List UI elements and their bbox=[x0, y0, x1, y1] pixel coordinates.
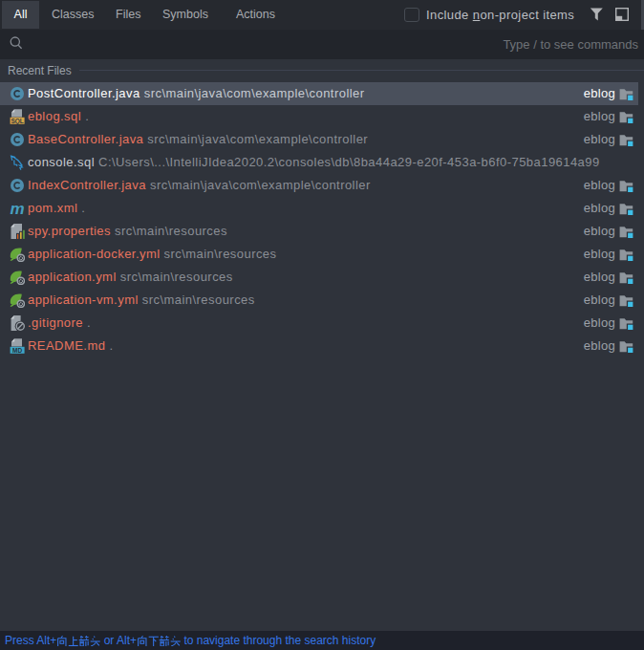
svg-text:SQL: SQL bbox=[11, 118, 23, 124]
svg-text:MD: MD bbox=[12, 347, 22, 354]
svg-text:m: m bbox=[10, 201, 24, 216]
